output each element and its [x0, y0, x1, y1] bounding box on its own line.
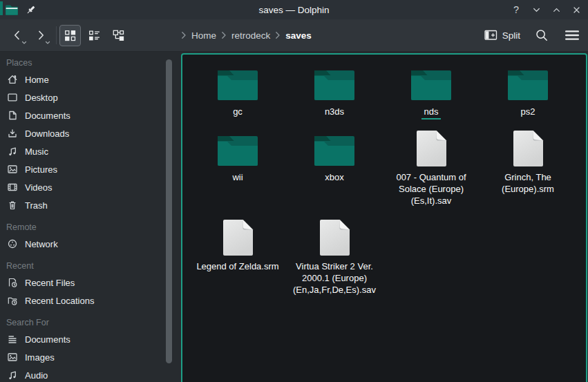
item-name: wii	[232, 172, 243, 182]
breadcrumb-saves[interactable]: saves	[285, 30, 312, 41]
sidebar-item-pictures[interactable]: Pictures	[0, 160, 180, 178]
breadcrumb: Home retrodeck saves	[181, 19, 312, 51]
window-controls: ?	[509, 0, 584, 19]
file-item-virtua-striker[interactable]: Virtua Striker 2 Ver. 2000.1 (Europe) (E…	[286, 219, 383, 296]
item-name: Legend of Zelda.srm	[196, 261, 278, 271]
folder-item-ps2[interactable]: ps2	[480, 64, 576, 117]
sidebar-item-label: Recent Locations	[25, 296, 94, 306]
image-icon	[6, 352, 18, 363]
folder-item-n3ds[interactable]: n3ds	[286, 64, 383, 117]
file-grid: gc n3ds	[182, 55, 586, 296]
file-item-007-quantum-of-solace[interactable]: 007 - Quantum of Solace (Europe) (Es,It)…	[383, 130, 480, 207]
document-icon	[6, 110, 18, 122]
item-name: xbox	[325, 172, 343, 182]
sidebar-item-trash[interactable]: Trash	[0, 196, 180, 214]
forward-button[interactable]	[29, 23, 53, 47]
item-name: nds	[421, 106, 442, 120]
split-button-label: Split	[502, 30, 520, 41]
sidebar-item-search-documents[interactable]: Documents	[0, 330, 180, 348]
image-icon	[6, 164, 18, 175]
sidebar-scrollbar-thumb[interactable]	[166, 59, 172, 363]
folder-view[interactable]: gc n3ds	[181, 53, 587, 382]
breadcrumb-home[interactable]: Home	[191, 30, 216, 41]
section-search-for: Search For Documents	[0, 315, 180, 382]
sidebar-item-videos[interactable]: Videos	[0, 178, 180, 196]
folder-item-xbox[interactable]: xbox	[286, 130, 383, 207]
chevron-right-icon	[34, 28, 48, 42]
sidebar-item-label: Home	[25, 75, 49, 85]
sidebar-item-label: Recent Files	[25, 278, 75, 288]
search-button[interactable]	[533, 26, 551, 44]
tree-view-icon	[113, 30, 124, 41]
hamburger-menu-icon	[565, 30, 580, 41]
window-edge-accent	[0, 1, 3, 15]
sidebar-item-label: Audio	[25, 370, 48, 381]
icons-view-icon	[64, 30, 76, 41]
search-icon	[535, 28, 549, 42]
icons-view-button[interactable]	[59, 25, 81, 46]
file-item-grinch-the[interactable]: Grinch, The (Europe).srm	[480, 130, 576, 207]
maximize-button[interactable]	[549, 2, 564, 17]
details-view-icon	[88, 30, 100, 41]
folder-item-gc[interactable]: gc	[189, 64, 286, 117]
sidebar-item-desktop[interactable]: Desktop	[0, 88, 180, 106]
minimize-button[interactable]	[529, 2, 544, 17]
item-name: gc	[233, 106, 243, 117]
item-name: Virtua Striker 2 Ver. 2000.1 (Europe) (E…	[293, 261, 376, 295]
sidebar-item-documents[interactable]: Documents	[0, 106, 180, 124]
file-item-legend-of-zelda[interactable]: Legend of Zelda.srm	[189, 219, 286, 296]
view-mode-buttons	[59, 19, 129, 51]
sidebar-item-search-images[interactable]: Images	[0, 348, 180, 366]
folder-icon	[216, 64, 259, 102]
item-name: n3ds	[325, 106, 344, 117]
section-recent: Recent Recent Files	[0, 258, 180, 309]
app-body: Places Home Desktop	[0, 52, 588, 382]
menu-button[interactable]	[563, 26, 581, 44]
titlebar[interactable]: saves — Dolphin ?	[0, 0, 588, 19]
sidebar-item-recent-locations[interactable]: Recent Locations	[0, 292, 180, 309]
file-icon	[416, 130, 447, 167]
section-header: Places	[0, 55, 180, 70]
file-icon	[513, 130, 544, 167]
sidebar-item-network[interactable]: Network	[0, 235, 180, 253]
folder-item-nds[interactable]: nds	[383, 64, 480, 117]
home-icon	[6, 74, 18, 86]
split-button[interactable]: Split	[484, 30, 520, 41]
network-icon	[6, 238, 18, 250]
window-title: saves — Dolphin	[0, 5, 588, 15]
recent-locations-icon	[6, 295, 18, 307]
sidebar-item-label: Documents	[25, 334, 70, 345]
help-button[interactable]: ?	[509, 2, 524, 17]
folder-item-wii[interactable]: wii	[189, 130, 286, 207]
sidebar-item-home[interactable]: Home	[0, 70, 180, 88]
trash-icon	[6, 200, 18, 211]
chevron-down-icon	[532, 6, 541, 15]
dolphin-window: saves — Dolphin ?	[0, 0, 588, 382]
sidebar-item-music[interactable]: Music	[0, 142, 180, 160]
pin-icon[interactable]	[25, 4, 37, 16]
toolbar-right-group: Split	[484, 19, 581, 51]
section-header: Search For	[0, 315, 180, 330]
tree-view-button[interactable]	[108, 25, 129, 46]
back-button[interactable]	[6, 23, 29, 47]
close-icon	[572, 6, 581, 15]
sidebar-item-label: Desktop	[25, 93, 58, 103]
close-button[interactable]	[569, 2, 584, 17]
toolbar: Home retrodeck saves Split	[0, 19, 588, 52]
folder-icon	[216, 130, 259, 167]
split-view-icon	[484, 30, 497, 41]
details-view-button[interactable]	[84, 25, 105, 46]
sidebar-item-search-audio[interactable]: Audio	[0, 366, 180, 382]
section-remote: Remote Network	[0, 220, 180, 253]
section-places: Places Home Desktop	[0, 55, 180, 214]
breadcrumb-retrodeck[interactable]: retrodeck	[231, 30, 270, 41]
sidebar-item-downloads[interactable]: Downloads	[0, 124, 180, 142]
section-header: Remote	[0, 220, 180, 235]
file-icon	[319, 219, 350, 256]
section-header: Recent	[0, 258, 180, 274]
item-name: 007 - Quantum of Solace (Europe) (Es,It)…	[396, 172, 466, 206]
sidebar-item-label: Videos	[25, 182, 53, 193]
recent-files-icon	[6, 277, 18, 289]
caret-down-icon	[21, 41, 27, 45]
sidebar-item-recent-files[interactable]: Recent Files	[0, 274, 180, 292]
